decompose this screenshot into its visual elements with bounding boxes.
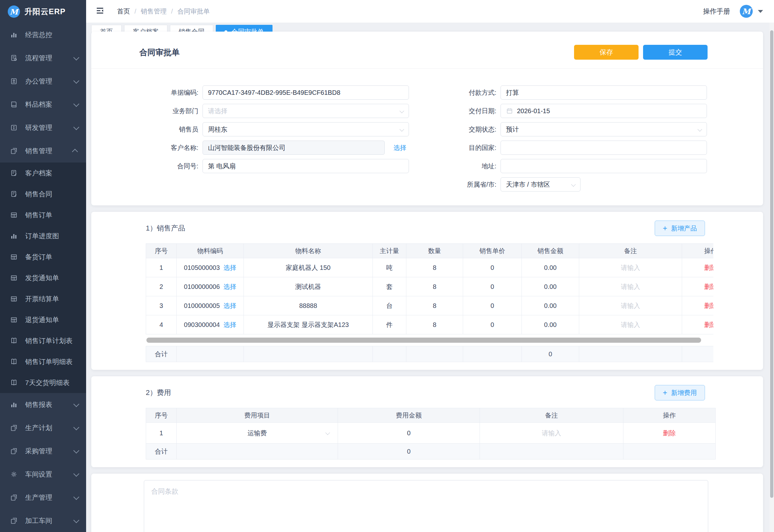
department-select[interactable]: 请选择: [203, 104, 409, 118]
remark-input[interactable]: 请输入: [579, 258, 682, 277]
doc-code-input[interactable]: 9770CA17-3497-4DB2-995E-B49E9CF61BD8: [203, 85, 409, 100]
customer-select-link[interactable]: 选择: [393, 143, 406, 152]
vertical-scrollbar-track[interactable]: [769, 23, 774, 532]
price-input[interactable]: 0: [463, 277, 522, 296]
fee-amount-input[interactable]: 0: [338, 423, 480, 444]
empty-cell: [623, 444, 716, 459]
qty-input[interactable]: 8: [406, 296, 463, 315]
delivery-status-select[interactable]: 预计: [501, 122, 707, 136]
unit: 台: [373, 296, 406, 315]
add-product-button[interactable]: +新增产品: [655, 221, 705, 236]
remark-input[interactable]: 请输入: [579, 277, 682, 296]
delete-row-link[interactable]: 删除: [704, 264, 714, 271]
sidebar-item-purchase-mgmt[interactable]: 采购管理: [0, 439, 86, 463]
col-material-name: 物料名称: [244, 244, 373, 258]
sidebar-item-sales-contract[interactable]: 销售合同: [0, 183, 86, 204]
sidebar-item-label: 生产管理: [25, 493, 52, 502]
unit: 吨: [373, 258, 406, 277]
sidebar-item-workshop-settings[interactable]: 车间设置: [0, 463, 86, 486]
breadcrumb-sales-mgmt[interactable]: 销售管理: [141, 7, 167, 16]
id-card-icon: [10, 77, 18, 85]
submit-button[interactable]: 提交: [643, 45, 708, 60]
col-index: 序号: [146, 408, 177, 423]
sidebar-item-stock-order[interactable]: 备货订单: [0, 246, 86, 267]
qty-input[interactable]: 8: [406, 258, 463, 277]
col-remark: 备注: [579, 244, 682, 258]
fee-item-select[interactable]: 运输费: [177, 423, 338, 444]
horizontal-scrollbar[interactable]: [146, 338, 701, 343]
amount-cell: 0.00: [522, 315, 579, 334]
sidebar-item-business-overview[interactable]: 经营总控: [0, 23, 86, 46]
table-row: 1 0105000003 选择 家庭机器人 150 吨 8 0 0.00 请输入…: [146, 258, 714, 277]
delete-row-link[interactable]: 删除: [704, 302, 714, 309]
sidebar-item-customer-archive[interactable]: 客户档案: [0, 163, 86, 183]
avatar[interactable]: M: [740, 5, 753, 18]
chevron-down-icon: [73, 517, 79, 523]
qty-input[interactable]: 8: [406, 277, 463, 296]
sidebar-item-rd-mgmt[interactable]: 研发管理: [0, 116, 86, 139]
sidebar-item-sales-report[interactable]: 销售报表: [0, 393, 86, 416]
remark-input[interactable]: 请输入: [579, 315, 682, 334]
add-fee-button[interactable]: +新增费用: [655, 385, 705, 400]
select-material-link[interactable]: 选择: [223, 302, 236, 309]
top-bar: 首页 / 销售管理 / 合同审批单 操作手册 M: [86, 0, 774, 23]
sidebar-item-order-detail-report[interactable]: 销售订单明细表: [0, 351, 86, 372]
delete-row-link[interactable]: 删除: [663, 429, 676, 437]
sidebar-item-processing-workshop[interactable]: 加工车间: [0, 509, 86, 532]
payment-input[interactable]: 打算: [501, 85, 707, 100]
file-edit-icon: [10, 190, 18, 198]
dest-country-input[interactable]: [501, 141, 707, 155]
remark-input[interactable]: 请输入: [579, 296, 682, 315]
sidebar-item-return-notice[interactable]: 退货通知单: [0, 309, 86, 330]
salesman-select[interactable]: 周桂东: [203, 122, 409, 136]
price-input[interactable]: 0: [463, 258, 522, 277]
payment-label: 付款方式:: [444, 88, 501, 97]
select-material-link[interactable]: 选择: [223, 264, 236, 271]
qty-input[interactable]: 8: [406, 315, 463, 334]
sidebar-item-sales-order[interactable]: 销售订单: [0, 204, 86, 225]
sidebar-item-production-mgmt[interactable]: 生产管理: [0, 486, 86, 509]
action-cell: 删除: [682, 315, 714, 334]
sidebar-item-sales-mgmt[interactable]: 销售管理: [0, 139, 86, 163]
file-edit-icon: [10, 169, 18, 177]
form-grid: 单据编码: 9770CA17-3497-4DB2-995E-B49E9CF61B…: [91, 69, 763, 205]
address-input[interactable]: [501, 159, 707, 173]
select-material-link[interactable]: 选择: [223, 321, 236, 328]
salesman-label: 销售员: [146, 125, 203, 134]
sidebar-item-invoice-settlement[interactable]: 开票结算单: [0, 288, 86, 309]
save-button[interactable]: 保存: [574, 45, 639, 60]
sidebar-item-material-archive[interactable]: 料品档案: [0, 93, 86, 116]
row-index: 3: [146, 296, 177, 315]
sidebar-item-office-mgmt[interactable]: 办公管理: [0, 70, 86, 93]
book-icon: [10, 100, 18, 109]
contract-no-input[interactable]: 第 电风扇: [203, 159, 409, 173]
price-input[interactable]: 0: [463, 315, 522, 334]
vertical-scrollbar-thumb[interactable]: [770, 30, 773, 498]
material-name: 家庭机器人 150: [244, 258, 373, 277]
sidebar-item-label: 销售订单计划表: [25, 336, 73, 345]
amount-cell: 0.00: [522, 277, 579, 296]
breadcrumb-contract-approval[interactable]: 合同审批单: [177, 7, 210, 16]
contract-terms-textarea[interactable]: [144, 480, 708, 532]
province-cascader[interactable]: 天津市 / 市辖区: [501, 177, 581, 192]
delivery-date-input[interactable]: 2026-01-15: [501, 104, 707, 118]
contract-form-card: 合同审批单 保存 提交 单据编码: 9770CA17-3497-4DB2-995…: [91, 32, 763, 205]
sidebar-item-7day-delivery-report[interactable]: 7天交货明细表: [0, 372, 86, 393]
sidebar-item-production-plan[interactable]: 生产计划: [0, 416, 86, 439]
sidebar-item-shipping-notice[interactable]: 发货通知单: [0, 267, 86, 288]
breadcrumb-home[interactable]: 首页: [117, 7, 130, 16]
sidebar-item-order-progress[interactable]: 订单进度图: [0, 225, 86, 246]
caret-down-icon[interactable]: [758, 10, 763, 13]
select-material-link[interactable]: 选择: [223, 283, 236, 290]
delete-row-link[interactable]: 删除: [704, 321, 714, 328]
manual-link[interactable]: 操作手册: [703, 7, 730, 16]
bar-chart-icon: [10, 232, 18, 240]
sidebar-item-process-mgmt[interactable]: 流程管理: [0, 46, 86, 70]
delete-row-link[interactable]: 删除: [704, 283, 714, 290]
sidebar-collapse-icon[interactable]: [95, 6, 105, 17]
col-amount: 销售金额: [522, 244, 579, 258]
price-input[interactable]: 0: [463, 296, 522, 315]
remark-input[interactable]: 请输入: [480, 423, 623, 444]
sidebar-item-order-plan-report[interactable]: 销售订单计划表: [0, 330, 86, 351]
products-header: 1）销售产品 +新增产品: [146, 218, 705, 238]
